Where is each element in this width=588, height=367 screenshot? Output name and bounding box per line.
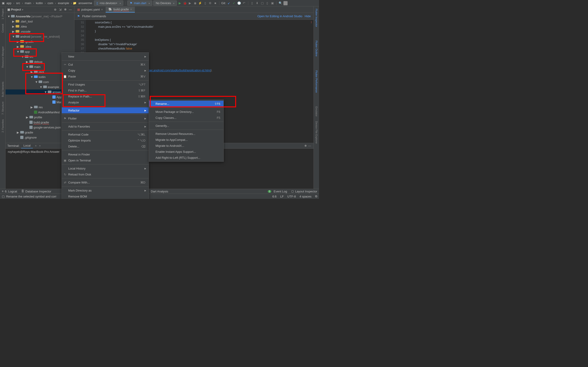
tree-item[interactable]: ▶.dart_tool <box>6 19 74 24</box>
settings-icon[interactable]: ✱ <box>303 144 308 148</box>
add-terminal-icon[interactable]: + <box>38 144 42 148</box>
debug-icon[interactable]: 🐞 <box>183 1 187 5</box>
menu-item-generify[interactable]: Generify... <box>149 123 224 129</box>
cursor-position[interactable]: 6:6 <box>272 195 277 198</box>
indent-setting[interactable]: 4 spaces <box>300 195 311 198</box>
menu-item-add-right-to-left-rtl-support[interactable]: Add Right-to-Left (RTL) Support... <box>149 155 224 161</box>
tree-item[interactable]: ▶.gradle <box>6 39 74 44</box>
emulator-icon[interactable]: ▯ <box>265 1 269 5</box>
breadcrumb-item[interactable]: com <box>47 1 54 5</box>
menu-item-cut[interactable]: ✂Cut⌘X <box>62 61 149 67</box>
tab-event-log[interactable]: 1Event Log <box>268 190 287 193</box>
context-menu[interactable]: New▶✂Cut⌘XCopy▶📋Paste⌘VFind Usages⌥F7Fin… <box>61 52 149 199</box>
menu-item-remove-unused-resources[interactable]: Remove Unused Resources... <box>149 131 224 137</box>
menu-item-enable-instant-apps-support[interactable]: Enable Instant Apps Support... <box>149 149 224 155</box>
attach-icon[interactable]: ▯ <box>203 1 207 5</box>
breadcrumb-item[interactable]: answerme <box>78 1 93 5</box>
tab-flutter-inspector[interactable]: Flutter Inspector <box>314 6 319 29</box>
tab-build-variants[interactable]: Build Variants <box>1 79 5 99</box>
menu-item-add-to-favorites[interactable]: Add to Favorites▶ <box>62 123 149 129</box>
terminal-tab-close-icon[interactable]: × <box>34 144 38 148</box>
menu-item-analyze[interactable]: Analyze▶ <box>62 99 149 105</box>
refactor-submenu[interactable]: Rename...⇧F6Move Package or Directory...… <box>149 100 224 162</box>
menu-item-find-in-path[interactable]: Find in Path...⇧⌘F <box>62 87 149 93</box>
menu-item-delete[interactable]: Delete...⌫ <box>62 143 149 149</box>
tab-flutter-performance[interactable]: Flutter Performance <box>314 68 319 95</box>
menu-item-remove-bom[interactable]: Remove BOM <box>62 193 149 199</box>
line-separator[interactable]: LF <box>280 195 284 198</box>
breadcrumb-item[interactable]: src <box>15 1 21 5</box>
profile-icon[interactable]: ◉ <box>193 1 197 5</box>
layout-icon[interactable]: ▢ <box>260 1 264 5</box>
devtools-icon[interactable]: ⚙ <box>208 1 212 5</box>
menu-item-optimize-imports[interactable]: Optimize Imports⌃⌥O <box>62 137 149 143</box>
menu-item-new[interactable]: New▶ <box>62 53 149 59</box>
user-icon[interactable]: ◻ <box>284 1 288 5</box>
tool-window-icon[interactable]: ▢ <box>2 195 5 198</box>
menu-item-local-history[interactable]: Local History▶ <box>62 165 149 171</box>
locate-icon[interactable]: ⊕ <box>53 8 57 12</box>
hide-link[interactable]: Hide <box>304 15 311 18</box>
tree-item[interactable]: ▶.idea <box>6 44 74 49</box>
menu-item-reformat-code[interactable]: Reformat Code⌥⌘L <box>62 131 149 137</box>
tab-project[interactable]: 1: Project <box>1 6 5 22</box>
git-commit-icon[interactable]: ✓ <box>232 1 236 5</box>
menu-item-migrate-to-androidx[interactable]: Migrate to AndroidX... <box>149 143 224 149</box>
tab-commit[interactable]: Commit <box>1 22 5 35</box>
open-androidstudio-link[interactable]: Open for Editing in Android Studio <box>257 15 302 18</box>
avd-icon[interactable]: ▯ <box>250 1 254 5</box>
menu-item-rename[interactable]: Rename...⇧F6 <box>149 101 224 107</box>
breadcrumb-item[interactable]: app <box>6 1 12 5</box>
project-title[interactable]: Project <box>11 8 21 11</box>
file-encoding[interactable]: UTF-8 <box>287 195 296 198</box>
menu-item-mark-directory-as[interactable]: Mark Directory as▶ <box>62 187 149 193</box>
menu-item-open-in-terminal[interactable]: ▣Open in Terminal <box>62 157 149 163</box>
breadcrumb-item[interactable]: kotlin <box>35 1 44 5</box>
editor-tab-gradle[interactable]: 🐘build.gradle× <box>106 7 135 13</box>
device-selector[interactable]: ▯<no devices> <box>94 0 123 6</box>
menu-item-paste[interactable]: 📋Paste⌘V <box>62 73 149 79</box>
terminal-tab[interactable]: Local <box>21 143 33 148</box>
menu-item-reveal-in-finder[interactable]: Reveal in Finder <box>62 151 149 157</box>
breadcrumb-item[interactable]: example <box>57 1 70 5</box>
menu-item-move-package-or-directory[interactable]: Move Package or Directory...F6 <box>149 109 224 115</box>
menu-item-flutter[interactable]: ⚑Flutter▶ <box>62 115 149 121</box>
tree-item[interactable]: ▶.idea <box>6 24 74 29</box>
menu-item-copy[interactable]: Copy▶ <box>62 67 149 73</box>
tab-emulator[interactable]: Emulator <box>314 104 319 119</box>
tab-flutter-outline[interactable]: Flutter Outline <box>314 38 319 59</box>
menu-item-refactor[interactable]: Refactor▶ <box>62 107 149 113</box>
tab-logcat[interactable]: ≡ 6: Logcat <box>2 190 17 193</box>
settings-icon[interactable]: ✱ <box>63 8 67 12</box>
git-update-icon[interactable]: ↙ <box>227 1 231 5</box>
stop-icon[interactable]: ■ <box>213 1 217 5</box>
breadcrumb-item[interactable]: main <box>24 1 32 5</box>
coverage-icon[interactable]: ▶ <box>188 1 192 5</box>
hot-reload-icon[interactable]: ⚡ <box>198 1 202 5</box>
menu-item-replace-in-path[interactable]: Replace in Path...⇧⌘R <box>62 93 149 99</box>
sdk-icon[interactable]: ⬇ <box>255 1 259 5</box>
device-target-selector[interactable]: No Devices <box>153 0 177 6</box>
tab-layout-inspector[interactable]: ▢ Layout Inspector <box>291 190 317 193</box>
hide-icon[interactable]: — <box>68 8 72 12</box>
git-revert-icon[interactable]: ↶ <box>242 1 246 5</box>
menu-item-migrate-to-appcompat[interactable]: Migrate to AppCompat... <box>149 137 224 143</box>
menu-item-reload-from-disk[interactable]: ↻Reload from Disk <box>62 171 149 177</box>
tree-root[interactable]: ▼AnswerMe [answer_me] ~/FlutterP <box>6 14 74 19</box>
close-icon[interactable]: × <box>130 8 132 11</box>
project-structure-icon[interactable]: ▣ <box>270 1 275 5</box>
tree-item-android[interactable]: ▼android [answer_me_android] <box>6 34 74 39</box>
tab-dart-analysis[interactable]: Dart Analysis <box>151 190 168 193</box>
tab-structure[interactable]: 7: Structure <box>1 99 5 117</box>
git-history-icon[interactable]: 🕘 <box>237 1 241 5</box>
run-icon[interactable]: ▶ <box>178 1 182 5</box>
tab-favorites[interactable]: 2: Favorites <box>1 117 5 135</box>
error-indicator-icon[interactable]: ! <box>311 21 312 24</box>
run-config-selector[interactable]: ⚑main.dart <box>127 0 152 6</box>
menu-item-find-usages[interactable]: Find Usages⌥F7 <box>62 81 149 87</box>
editor-tab-pubspec[interactable]: ▦pubspec.yaml× <box>74 7 106 13</box>
close-icon[interactable]: × <box>101 8 103 11</box>
menu-item-compare-with[interactable]: ⇄Compare With...⌘D <box>62 179 149 185</box>
expand-icon[interactable]: ⇲ <box>58 8 62 12</box>
search-icon[interactable]: 🔍 <box>278 1 283 5</box>
